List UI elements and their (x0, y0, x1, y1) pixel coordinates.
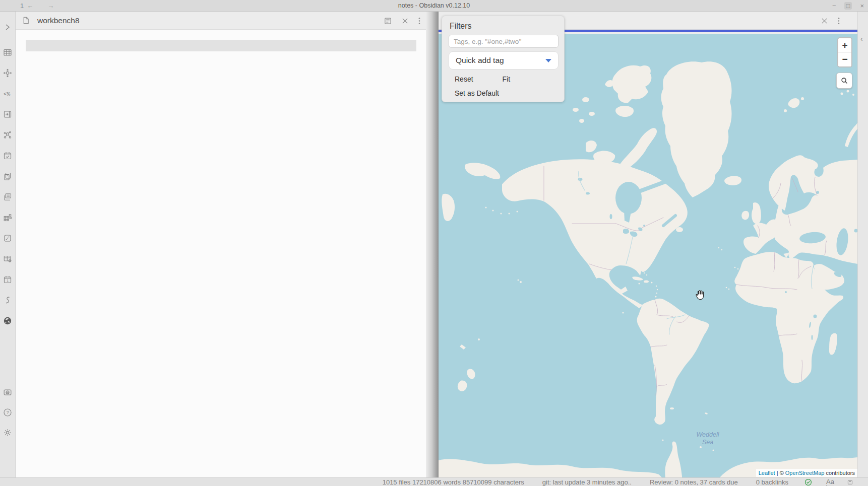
pane-title: workbench8 (37, 16, 80, 25)
reading-view-icon[interactable] (384, 17, 392, 25)
titlebar: 1 ← → notes - Obsidian v0.12.10 − □ × (0, 0, 868, 12)
calendar-day-icon[interactable]: 1 (3, 275, 12, 284)
close-pane-icon[interactable] (401, 17, 409, 25)
left-pane-header[interactable]: workbench8 (16, 12, 426, 30)
text-size-toggle[interactable]: Aa (826, 478, 834, 486)
svg-text:<%: <% (4, 91, 11, 97)
tags-filter-input[interactable] (449, 35, 559, 48)
more-options-icon[interactable] (837, 17, 840, 25)
svg-text:?: ? (7, 410, 9, 415)
file-stats: 1015 files 17210806 words 85710099 chara… (383, 478, 524, 486)
quick-add-tag-label: Quick add tag (456, 56, 545, 65)
map-zoom-control: + − (837, 37, 852, 67)
expand-sidebar-icon[interactable] (3, 23, 12, 32)
table-gear-icon[interactable] (3, 254, 12, 263)
left-ribbon: <% 1 ? (0, 12, 16, 477)
obsidian-window: 1 ← → notes - Obsidian v0.12.10 − □ × <% (0, 0, 868, 486)
window-controls: − □ × (832, 0, 864, 12)
attribution-separator: | © (775, 470, 785, 476)
zoom-in-button[interactable]: + (838, 38, 851, 52)
status-mini-icon[interactable] (847, 479, 853, 485)
sync-check-icon[interactable] (804, 478, 812, 486)
copy-documents-icon[interactable] (3, 172, 12, 181)
attribution-suffix: contributors (824, 470, 855, 476)
minimize-icon[interactable]: − (832, 2, 836, 10)
git-status[interactable]: git: last update 3 minutes ago.. (542, 478, 632, 486)
templater-icon[interactable]: <% (3, 89, 12, 98)
openstreetmap-link[interactable]: OpenStreetMap (785, 470, 825, 476)
map-search-button[interactable] (836, 73, 852, 89)
right-sidebar-collapsed: ‹ (857, 12, 868, 477)
editor-area[interactable] (16, 30, 426, 477)
search-icon (840, 77, 848, 85)
calendar-check-icon[interactable] (3, 151, 12, 160)
set-as-default-button[interactable]: Set as Default (455, 89, 557, 97)
camera-icon[interactable] (3, 388, 12, 397)
collapse-left-icon[interactable]: ‹ (860, 35, 868, 43)
globe-icon[interactable] (3, 316, 12, 325)
file-icon (22, 16, 30, 25)
review-status[interactable]: Review: 0 notes, 37 cards due (650, 478, 738, 486)
chevron-down-icon (545, 59, 551, 62)
window-title: notes - Obsidian v0.12.10 (0, 0, 868, 12)
svg-text:1: 1 (7, 279, 9, 283)
graph-icon[interactable] (3, 130, 12, 140)
empty-block-placeholder (26, 40, 416, 51)
leaflet-link[interactable]: Leaflet (759, 470, 775, 476)
close-window-icon[interactable]: × (860, 2, 864, 10)
filters-title: Filters (450, 22, 557, 31)
quick-add-tag-dropdown[interactable]: Quick add tag (449, 51, 559, 70)
panel-arrow-icon[interactable] (3, 110, 12, 119)
stacked-cards-icon[interactable] (3, 192, 12, 201)
backlinks-count[interactable]: 0 backlinks (756, 478, 788, 486)
blocks-grid-icon[interactable] (3, 213, 12, 222)
maximize-icon[interactable]: □ (844, 2, 852, 10)
left-pane: workbench8 (16, 12, 426, 477)
dice-icon[interactable] (3, 234, 12, 243)
settings-gear-icon[interactable] (3, 428, 12, 437)
help-icon[interactable]: ? (3, 408, 12, 417)
close-pane-icon[interactable] (821, 17, 828, 25)
pane-divider[interactable] (426, 12, 439, 477)
zoom-out-button[interactable]: − (838, 52, 851, 66)
map-filters-panel: Filters Quick add tag Reset Fit Set as D… (442, 16, 565, 102)
more-options-icon[interactable] (418, 17, 421, 25)
map-attribution: Leaflet | © OpenStreetMap contributors (756, 469, 857, 477)
ribbon-bottom-group: ? (3, 388, 12, 448)
move-crosshair-icon[interactable] (3, 68, 12, 78)
fit-button[interactable]: Fit (503, 75, 511, 83)
statusbar: 1015 files 17210806 words 85710099 chara… (0, 477, 868, 486)
recorder-icon[interactable] (3, 296, 12, 305)
table-icon[interactable] (3, 48, 12, 57)
reset-button[interactable]: Reset (455, 75, 473, 83)
map-pane-header-icons (821, 12, 840, 30)
left-pane-header-icons (384, 12, 421, 30)
